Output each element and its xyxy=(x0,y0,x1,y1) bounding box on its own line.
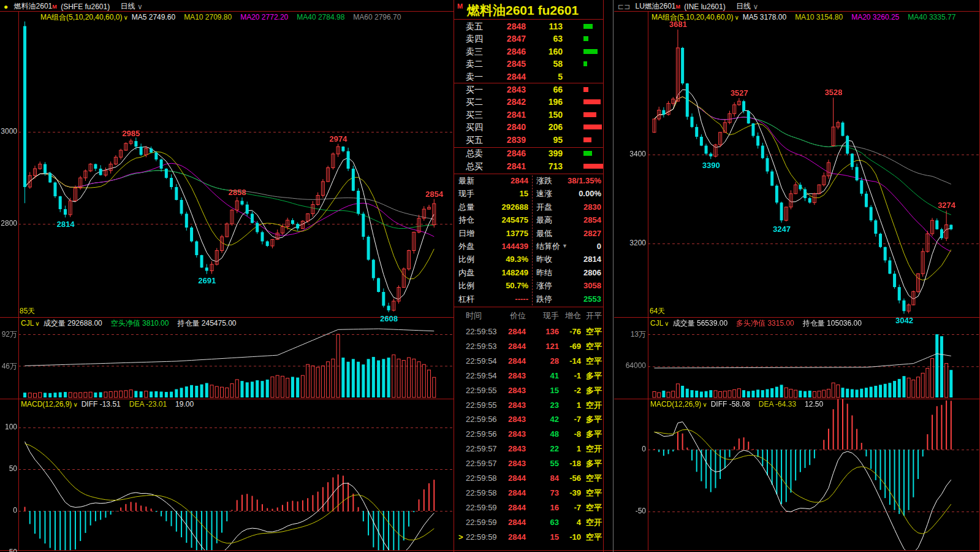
left-macd-chart[interactable] xyxy=(18,399,454,550)
price-axis-label: 3400 xyxy=(615,150,646,158)
tick-delta: -1 xyxy=(574,369,581,383)
tick-row: 22:59:54284428-14空平 xyxy=(454,355,604,368)
tick-price: 2844 xyxy=(508,325,526,339)
label: 买三 xyxy=(466,109,483,121)
order-book-row[interactable]: 卖四284763 xyxy=(454,33,604,45)
label: 2842 xyxy=(507,96,526,108)
tick-row: 22:59:58284484-56空平 xyxy=(454,472,604,485)
order-book-row[interactable]: 买二2842196 xyxy=(454,96,604,108)
label: 95 xyxy=(553,134,563,146)
order-book-row[interactable]: 买五283995 xyxy=(454,134,604,146)
price-annotation: 3274 xyxy=(938,201,955,210)
tick-col-header: 开平 xyxy=(586,309,602,323)
tick-time: 22:59:55 xyxy=(466,399,497,412)
stat-value: 2553 xyxy=(583,293,601,305)
label: 2843 xyxy=(507,83,526,96)
tick-row: 22:59:532844121-69空平 xyxy=(454,340,604,353)
axis-border xyxy=(648,11,648,550)
label: 66 xyxy=(553,83,563,96)
order-book-row[interactable]: 卖二284558 xyxy=(454,58,604,70)
price-annotation: 2814 xyxy=(56,220,74,229)
right-period-select[interactable]: 日线 xyxy=(736,2,751,10)
order-book-row[interactable]: 卖三2846160 xyxy=(454,45,604,58)
depth-bar xyxy=(583,61,587,66)
main-contract-flag: M xyxy=(676,4,681,10)
chevron-down-icon[interactable]: ∨ xyxy=(137,2,143,11)
left-price-chart[interactable] xyxy=(18,11,454,317)
order-book-row[interactable]: 总买2841713 xyxy=(454,160,604,172)
chevron-down-icon[interactable]: ▼ xyxy=(562,240,568,253)
tick-col-header: 现手 xyxy=(543,309,559,323)
label: 2844 xyxy=(507,71,526,83)
tick-price: 2843 xyxy=(508,384,526,397)
tick-time: 22:59:53 xyxy=(466,325,497,339)
tick-hand: 73 xyxy=(550,486,559,500)
tick-time: 22:59:55 xyxy=(466,384,497,397)
tick-hand: 48 xyxy=(550,427,559,441)
tick-col-header: 价位 xyxy=(510,309,526,323)
stat-label: 最高 xyxy=(536,213,552,226)
panel-splitter[interactable] xyxy=(613,0,613,552)
depth-bar xyxy=(583,164,603,169)
stat-label: 昨收 xyxy=(536,253,552,266)
tick-side: 多平 xyxy=(586,384,602,397)
stat-value: 2854 xyxy=(583,213,601,226)
tick-price: 2843 xyxy=(508,399,526,412)
chevron-down-icon[interactable]: ∨ xyxy=(753,2,758,11)
tick-hand: 15 xyxy=(550,384,559,397)
divider xyxy=(0,399,454,399)
divider xyxy=(0,11,454,12)
tick-delta: 1 xyxy=(577,442,581,456)
order-book-row[interactable]: 买一284366 xyxy=(454,83,604,96)
tick-price: 2843 xyxy=(508,457,526,470)
label: 2848 xyxy=(507,20,526,33)
label: 58 xyxy=(553,58,563,70)
tick-hand: 15 xyxy=(550,531,559,544)
tick-hand: 41 xyxy=(550,369,559,383)
tick-delta: 1 xyxy=(577,399,581,412)
tick-price: 2844 xyxy=(508,355,526,368)
label: 150 xyxy=(549,109,563,121)
price-axis-label: 2800 xyxy=(0,219,17,228)
tick-row: 22:59:58284473-39空平 xyxy=(454,486,604,500)
depth-bar xyxy=(583,87,588,92)
link-icon[interactable]: ⊏⊐ xyxy=(618,2,630,11)
order-book-row[interactable]: 总卖2846399 xyxy=(454,147,604,159)
tick-time: 22:59:53 xyxy=(466,340,497,353)
bullet-icon: ● xyxy=(4,2,8,11)
right-price-chart[interactable] xyxy=(648,11,980,317)
tick-side: 空平 xyxy=(586,486,602,500)
tick-delta: -69 xyxy=(569,340,581,353)
tick-time: 22:59:58 xyxy=(466,486,497,500)
tick-delta: -18 xyxy=(569,457,581,470)
stat-row: 最高2854 xyxy=(454,213,604,226)
order-book-row[interactable]: 买四2840206 xyxy=(454,121,604,133)
stat-row: 结算价▼0 xyxy=(454,240,604,253)
price-annotation: 3042 xyxy=(895,316,913,325)
label: 399 xyxy=(549,147,563,159)
stat-label: 涨停 xyxy=(536,279,552,292)
right-macd-chart[interactable] xyxy=(648,399,980,550)
tick-price: 2843 xyxy=(508,427,526,441)
current-row-marker: > xyxy=(458,531,463,544)
price-annotation: 3527 xyxy=(731,88,748,98)
label: 63 xyxy=(553,33,563,45)
tick-side: 空平 xyxy=(586,531,602,544)
right-volume-chart[interactable] xyxy=(648,317,980,399)
left-days-label: 85天 xyxy=(20,306,35,316)
left-period-select[interactable]: 日线 xyxy=(121,2,135,10)
tick-delta: -7 xyxy=(574,413,581,426)
order-book-row[interactable]: 卖五2848113 xyxy=(454,20,604,33)
tick-price: 2844 xyxy=(508,472,526,485)
tick-time: 22:59:54 xyxy=(466,369,497,383)
label: 买五 xyxy=(466,134,483,146)
order-book-row[interactable]: 买三2841150 xyxy=(454,109,604,121)
left-volume-chart[interactable] xyxy=(18,317,454,399)
tick-hand: 28 xyxy=(550,355,559,368)
macd-axis-label: -50 xyxy=(615,507,646,515)
volume-axis-label: 64000 xyxy=(615,361,646,370)
label: 160 xyxy=(549,45,563,58)
label: 206 xyxy=(549,121,563,133)
label: 卖五 xyxy=(466,20,483,33)
order-book-row[interactable]: 卖一28445 xyxy=(454,71,604,83)
